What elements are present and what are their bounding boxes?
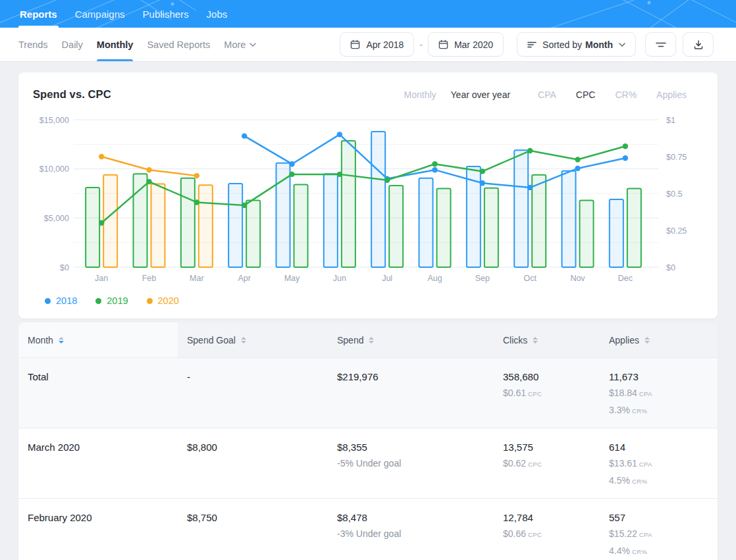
- cpc-point-2018-may[interactable]: [289, 161, 294, 166]
- legend-item-2020[interactable]: 2020: [147, 295, 179, 306]
- spend-bar-2020-feb[interactable]: [151, 184, 165, 267]
- tab-trends[interactable]: Trends: [18, 28, 48, 61]
- sort-icon: [241, 337, 246, 344]
- spend-bar-2018-dec[interactable]: [610, 199, 623, 267]
- cpc-point-2019-nov[interactable]: [575, 157, 580, 162]
- spend-bar-2018-aug[interactable]: [419, 178, 433, 267]
- spend-bar-2020-mar[interactable]: [199, 185, 213, 267]
- spend-bar-2019-feb[interactable]: [134, 174, 147, 267]
- topnav-item-reports[interactable]: Reports: [20, 0, 57, 28]
- tab-daily[interactable]: Daily: [62, 28, 83, 61]
- legend-dot-2020: [147, 298, 153, 304]
- cell-value: 557: [609, 511, 718, 525]
- cpc-point-2020-feb[interactable]: [146, 167, 151, 172]
- calendar-icon: [350, 39, 360, 49]
- cpc-point-2019-jul[interactable]: [384, 178, 390, 183]
- cpc-point-2018-oct[interactable]: [527, 185, 533, 190]
- view-toggle-monthly[interactable]: Monthly: [404, 89, 436, 100]
- cpc-point-2018-apr[interactable]: [242, 133, 247, 138]
- spend-bar-2019-sep[interactable]: [485, 188, 498, 267]
- spend-bar-2019-oct[interactable]: [532, 175, 546, 267]
- sub-metric-value: 3.3%: [609, 405, 630, 415]
- spend-bar-2019-mar[interactable]: [181, 178, 195, 267]
- cpc-point-2019-aug[interactable]: [432, 161, 437, 166]
- column-header-spend-goal[interactable]: Spend Goal: [178, 322, 328, 357]
- cpc-point-2018-aug[interactable]: [432, 167, 437, 172]
- tab-label: More: [224, 39, 246, 50]
- cpc-point-2019-apr[interactable]: [242, 203, 247, 208]
- x-axis-label: May: [284, 274, 300, 283]
- table-row-march-2020[interactable]: March 2020$8,800$8,355-5% Under goal13,5…: [18, 428, 718, 498]
- cpc-point-2018-dec[interactable]: [623, 155, 628, 161]
- sorted-by-dropdown[interactable]: Sorted by Month: [517, 32, 636, 57]
- cpc-point-2018-jun[interactable]: [337, 132, 342, 137]
- x-axis-label: Sep: [475, 274, 490, 283]
- spend-bar-2019-jun[interactable]: [342, 141, 355, 267]
- cpc-point-2019-mar[interactable]: [194, 199, 199, 205]
- column-header-applies[interactable]: Applies: [600, 322, 718, 357]
- spend-bar-2018-nov[interactable]: [562, 171, 576, 267]
- spend-cpc-chart[interactable]: $15,000$10,000$5,000$0$1$0.75$0.5$0.25$0…: [18, 111, 718, 287]
- topnav-item-campaigns[interactable]: Campaigns: [75, 0, 125, 28]
- table-row-total[interactable]: Total-$219,976358,680$0.61CPC11,673$18.8…: [18, 357, 718, 428]
- cpc-point-2019-jun[interactable]: [337, 172, 342, 177]
- download-button[interactable]: [683, 32, 714, 57]
- x-axis-label: Jul: [382, 274, 392, 283]
- metric-toggle-applies[interactable]: Applies: [656, 89, 687, 100]
- spend-bar-2020-jan[interactable]: [103, 175, 117, 267]
- cpc-point-2019-may[interactable]: [289, 172, 294, 177]
- cpc-point-2019-feb[interactable]: [146, 179, 151, 184]
- cell-clicks: 12,784$0.66CPC: [494, 499, 600, 560]
- spend-goal-note: -3% Under goal: [337, 526, 494, 541]
- column-label: Clicks: [503, 335, 527, 345]
- date-from-picker[interactable]: Apr 2018: [340, 32, 414, 57]
- tab-more[interactable]: More: [224, 28, 256, 61]
- topnav-item-jobs[interactable]: Jobs: [207, 0, 228, 28]
- spend-bar-2018-jun[interactable]: [324, 174, 338, 267]
- view-toggle-year-over-year[interactable]: Year over year: [451, 89, 511, 100]
- table-row-february-2020[interactable]: February 2020$8,750$8,478-3% Under goal1…: [18, 498, 718, 560]
- cpc-point-2019-dec[interactable]: [623, 143, 628, 149]
- spend-bar-2018-may[interactable]: [276, 163, 290, 267]
- spend-bar-2019-aug[interactable]: [437, 189, 451, 267]
- filter-button[interactable]: [645, 32, 676, 57]
- column-header-clicks[interactable]: Clicks: [494, 322, 600, 357]
- sort-icon: [369, 337, 374, 344]
- spend-bar-2019-nov[interactable]: [580, 200, 594, 267]
- topnav-item-publishers[interactable]: Publishers: [143, 0, 189, 28]
- legend-item-2019[interactable]: 2019: [95, 295, 128, 306]
- metric-toggle-cr[interactable]: CR%: [615, 89, 637, 100]
- spend-bar-2019-jul[interactable]: [389, 186, 403, 267]
- spend-bar-2018-apr[interactable]: [228, 184, 242, 267]
- monthly-report-table: MonthSpend GoalSpendClicksApplies Total-…: [18, 322, 718, 560]
- cpc-point-2019-sep[interactable]: [480, 168, 485, 174]
- right-axis-tick: $0.5: [666, 190, 682, 199]
- column-header-month[interactable]: Month: [18, 322, 178, 357]
- filter-icon: [656, 41, 666, 49]
- cpc-point-2018-nov[interactable]: [575, 166, 580, 171]
- spend-bar-2018-jul[interactable]: [371, 132, 385, 267]
- date-from-value: Apr 2018: [366, 39, 404, 50]
- sort-up-arrow: [59, 337, 64, 340]
- spend-bar-2019-jan[interactable]: [86, 188, 99, 267]
- tab-monthly[interactable]: Monthly: [97, 28, 134, 61]
- metric-toggle-cpa[interactable]: CPA: [538, 89, 556, 100]
- download-icon: [693, 39, 704, 50]
- cell-spend-goal: -: [178, 358, 328, 428]
- metric-toggle-cpc[interactable]: CPC: [576, 89, 596, 100]
- spend-bar-2019-may[interactable]: [294, 185, 308, 267]
- cpc-line-2020: [101, 157, 197, 176]
- tab-saved-reports[interactable]: Saved Reports: [147, 28, 210, 61]
- cpc-point-2020-jan[interactable]: [99, 154, 104, 159]
- spend-bar-2019-dec[interactable]: [627, 189, 641, 267]
- column-header-spend[interactable]: Spend: [328, 322, 494, 357]
- cpc-point-2019-oct[interactable]: [527, 148, 533, 153]
- spend-bar-2018-oct[interactable]: [514, 150, 528, 267]
- date-to-picker[interactable]: Mar 2020: [428, 32, 504, 57]
- cpc-point-2020-mar[interactable]: [194, 173, 199, 178]
- legend-item-2018[interactable]: 2018: [45, 295, 77, 306]
- cpc-point-2019-jan[interactable]: [99, 220, 104, 226]
- chevron-down-icon: [250, 43, 256, 47]
- spend-bar-2019-apr[interactable]: [246, 200, 260, 267]
- cpc-point-2018-sep[interactable]: [480, 180, 485, 186]
